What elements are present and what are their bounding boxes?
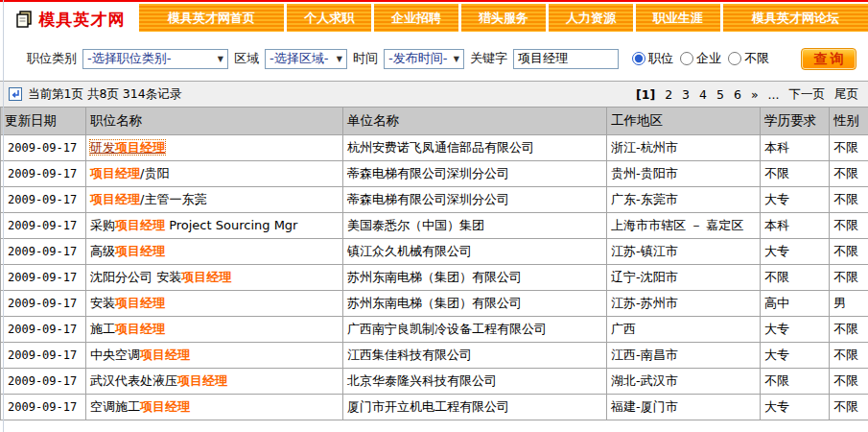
nav-tab[interactable]: 模具英才网论坛 [723,4,868,32]
job-title-cell: 施工项目经理 [86,317,343,343]
page-link[interactable]: 4 [699,87,707,102]
gender-requirement: 男 [830,291,868,317]
page-links: [1]23456»...下一页尾页 [636,86,858,103]
nav-tab[interactable]: 企业招聘 [374,4,458,32]
job-title-prefix: 研发 [90,140,115,155]
work-region: 上海市市辖区 － 嘉定区 [607,213,761,239]
search-type-option[interactable]: 职位 [632,50,673,67]
update-date: 2009-09-17 [1,265,86,291]
page-link[interactable]: 2 [665,87,672,102]
gender-requirement: 不限 [830,213,868,239]
table-header-row: 更新日期职位名称单位名称工作地区学历要求性别 [1,108,868,135]
job-title-prefix: 沈阳分公司 安装 [90,270,181,284]
job-title-keyword: 项目经理 [115,244,165,258]
job-title-prefix: 采购 [90,218,115,232]
job-title-keyword: 项目经理 [115,322,165,336]
search-type-option[interactable]: 企业 [680,50,721,67]
nav-tab[interactable]: 个人求职 [287,4,371,32]
time-select-value: -发布时间- [388,50,447,67]
update-date: 2009-09-17 [1,343,86,369]
job-title-keyword: 项目经理 [115,296,165,310]
education-requirement: 不限 [761,161,830,187]
gender-requirement: 不限 [830,265,868,291]
job-title-cell: 采购项目经理 Project Sourcing Mgr [86,213,343,239]
page-link[interactable]: 3 [682,87,690,102]
search-type-radio[interactable] [632,52,645,65]
page-link[interactable]: 5 [716,87,724,102]
job-title-link[interactable]: 武汉代表处液压项目经理 [90,373,227,388]
job-title-prefix: 施工 [90,322,115,336]
company-name: 厦门市开立机电工程有限公司 [343,395,607,420]
table-row: 2009-09-17安装项目经理苏州东南电梯（集团）有限公司江苏-苏州市高中男 [1,291,868,317]
search-type-option[interactable]: 不限 [728,50,769,67]
update-date: 2009-09-17 [1,213,86,239]
gender-requirement: 不限 [830,369,868,395]
job-title-link[interactable]: 空调施工项目经理 [90,399,190,414]
keyword-label: 关键字 [470,50,507,67]
gender-requirement: 不限 [830,187,868,213]
work-region: 广西 [607,317,761,343]
work-region: 江苏-镇江市 [607,239,761,265]
current-page: [1] [636,87,655,102]
job-title-link[interactable]: 高级项目经理 [90,244,165,258]
education-requirement: 大专 [761,317,830,343]
update-date: 2009-09-17 [1,291,86,317]
job-title-link[interactable]: 施工项目经理 [90,322,165,336]
nav-tab[interactable]: 猎头服务 [461,4,546,32]
page-summary: 当前第1页 共8页 314条记录 [28,86,181,103]
company-name: 广西南宁良凯制冷设备工程有限公司 [343,317,607,343]
job-title-link[interactable]: 研发项目经理 [90,140,165,155]
nav-tab[interactable]: 模具英才网首页 [139,4,284,32]
page-link[interactable]: 尾页 [834,86,858,103]
time-select[interactable]: -发布时间- ▼ [384,49,464,69]
work-region: 浙江-杭州市 [607,135,761,161]
page-link[interactable]: 下一页 [789,86,826,103]
gender-requirement: 不限 [830,135,868,161]
update-date: 2009-09-17 [1,395,86,420]
job-title-link[interactable]: 安装项目经理 [90,296,165,310]
job-title-suffix: /贵阳 [140,166,169,180]
table-row: 2009-09-17施工项目经理广西南宁良凯制冷设备工程有限公司广西大专不限 [1,317,868,343]
company-name: 美国泰悉尔（中国）集团 [343,213,607,239]
job-title-keyword: 项目经理 [140,348,190,362]
work-region: 福建-厦门市 [607,395,761,420]
table-row: 2009-09-17高级项目经理镇江众久机械有限公司江苏-镇江市大专不限 [1,239,868,265]
job-title-cell: 武汉代表处液压项目经理 [86,369,343,395]
job-title-link[interactable]: 项目经理/主管一东莞 [90,192,206,206]
company-name: 江西集佳科技有限公司 [343,343,607,369]
job-title-link[interactable]: 中央空调项目经理 [90,348,190,362]
job-title-link[interactable]: 项目经理/贵阳 [90,166,169,180]
update-date: 2009-09-17 [1,239,86,265]
work-region: 广东-东莞市 [607,187,761,213]
nav-tab[interactable]: 职业生涯 [636,4,720,32]
keyword-input[interactable] [513,49,619,69]
logo[interactable]: 模具英才网 [0,2,139,36]
job-title-keyword: 项目经理 [115,140,165,155]
table-row: 2009-09-17采购项目经理 Project Sourcing Mgr美国泰… [1,213,868,239]
search-bar: 职位类别 -选择职位类别- ▼ 区域 -选择区域- ▼ 时间 -发布时间- ▼ … [0,36,868,82]
job-title-link[interactable]: 采购项目经理 Project Sourcing Mgr [90,218,297,232]
region-select[interactable]: -选择区域- ▼ [265,49,347,69]
update-date: 2009-09-17 [1,161,86,187]
site-title: 模具英才网 [39,9,126,31]
topbar: 模具英才网 模具英才网首页个人求职企业招聘猎头服务人力资源职业生涯模具英才网论坛 [0,0,868,36]
radio-label: 职位 [648,50,673,67]
table-row: 2009-09-17项目经理/主管一东莞蒂森电梯有限公司深圳分公司广东-东莞市大… [1,187,868,213]
page: 模具英才网 模具英才网首页个人求职企业招聘猎头服务人力资源职业生涯模具英才网论坛… [0,0,868,432]
education-requirement: 高中 [761,291,830,317]
region-select-value: -选择区域- [270,50,328,67]
category-select-value: -选择职位类别- [87,50,171,67]
education-requirement: 大专 [761,239,830,265]
category-select[interactable]: -选择职位类别- ▼ [82,49,228,69]
page-link[interactable]: 6 [734,87,741,102]
search-type-radio[interactable] [728,52,741,65]
education-requirement: 不限 [761,265,830,291]
table-row: 2009-09-17研发项目经理杭州安费诺飞凤通信部品有限公司浙江-杭州市本科不… [1,135,868,161]
search-button[interactable]: 查询 [801,48,856,70]
job-table: 更新日期职位名称单位名称工作地区学历要求性别 2009-09-17研发项目经理杭… [0,107,868,420]
page-link[interactable]: » [751,87,759,102]
job-title-link[interactable]: 沈阳分公司 安装项目经理 [90,270,231,284]
company-name: 苏州东南电梯（集团）有限公司 [343,291,607,317]
nav-tab[interactable]: 人力资源 [549,4,633,32]
search-type-radio[interactable] [680,52,693,65]
